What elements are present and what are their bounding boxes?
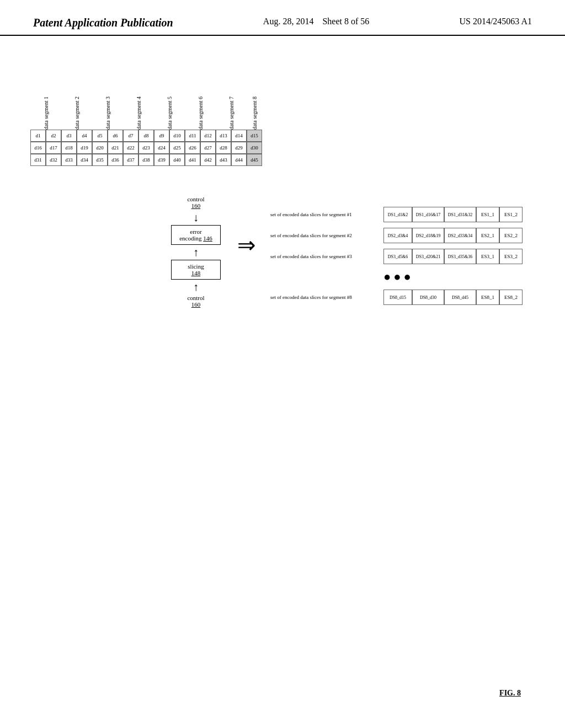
slice-row-1: set of encoded data slices for segment #…: [270, 207, 523, 222]
cell-d30: d30: [247, 142, 262, 154]
control-num-bottom: 160: [191, 301, 201, 308]
cell-d14: d14: [231, 130, 247, 142]
slice-row8-label: set of encoded data slices for segment #…: [270, 295, 383, 300]
header-date: Aug. 28, 2014: [263, 17, 314, 26]
slice-ds1-d31: DS1_d31&32: [444, 207, 476, 222]
dots-row: ●●●: [270, 270, 523, 284]
cell-d17: d17: [46, 142, 61, 154]
slice-row-3: set of encoded data slices for segment #…: [270, 249, 523, 264]
cell-d42: d42: [200, 154, 216, 166]
slice-ds8-d45: DS8_d45: [444, 290, 476, 305]
cell-d9: d9: [154, 130, 169, 142]
seg3-label: data segment 3: [105, 91, 111, 130]
slice-es2-1: ES2_1: [476, 228, 499, 243]
segment2-group: data segment 2 d3 d18 d33 d4 d19 d34: [61, 91, 92, 166]
seg5-label: data segment 5: [167, 91, 173, 130]
cell-d24: d24: [154, 142, 169, 154]
slice-es3-2: ES3_2: [499, 249, 523, 264]
cell-d41: d41: [185, 154, 200, 166]
slice-row-2: set of encoded data slices for segment #…: [270, 228, 523, 243]
slicing-num: 148: [191, 270, 201, 276]
slice-row1-label: set of encoded data slices for segment #…: [270, 212, 383, 217]
slicing-box: slicing148: [171, 260, 221, 280]
fig-label-text: FIG. 8: [499, 689, 521, 697]
header-date-sheet: Aug. 28, 2014 Sheet 8 of 56: [263, 17, 369, 26]
slice-ds8-d30: DS8_d30: [412, 290, 444, 305]
cell-d44: d44: [231, 154, 247, 166]
seg8-label: data segment 8: [252, 80, 258, 130]
segment7-group: data segment 7 d13 d28 d43 d14 d29 d44: [216, 91, 247, 166]
cell-d18: d18: [61, 142, 77, 154]
cell-d23: d23: [138, 142, 154, 154]
cell-d34: d34: [77, 154, 92, 166]
segment6-group: data segment 6 d11 d26 d41 d12 d27 d42: [185, 91, 216, 166]
slice-es3-1: ES3_1: [476, 249, 499, 264]
cell-d16: d16: [30, 142, 46, 154]
cell-d43: d43: [216, 154, 231, 166]
slice-ds2-d3: DS2_d3&4: [383, 228, 412, 243]
slice-es8-1: ES8_1: [476, 290, 499, 305]
cell-d19: d19: [77, 142, 92, 154]
seg7-label: data segment 7: [228, 91, 234, 130]
segment8-group: data segment 8 d15 d30 d45: [247, 80, 262, 166]
cell-d40: d40: [169, 154, 185, 166]
cell-d39: d39: [154, 154, 169, 166]
control-num-top: 160: [191, 202, 201, 209]
encoding-num: 146: [203, 235, 212, 242]
process-flow: control160 ↓ errorencoding 146 ↑ slicing…: [171, 196, 221, 308]
cell-d21: d21: [108, 142, 123, 154]
slice-ds1-d16: DS1_d16&17: [412, 207, 444, 222]
control-label-top: control160: [187, 196, 204, 209]
cell-d25: d25: [169, 142, 185, 154]
control-label-bottom: control160: [187, 295, 204, 308]
encoded-slices-area: set of encoded data slices for segment #…: [270, 207, 523, 311]
segment1-group: data segment 1 d1 d16 d31 d2 d17: [30, 91, 61, 166]
seg1-label: data segment 1: [43, 91, 49, 130]
cell-d8: d8: [138, 130, 154, 142]
cell-d22: d22: [123, 142, 138, 154]
slice-ds2-d33: DS2_d33&34: [444, 228, 476, 243]
cell-d2: d2: [46, 130, 61, 142]
cell-d28: d28: [216, 142, 231, 154]
cell-d15: d15: [247, 130, 262, 142]
header-sheet: Sheet 8 of 56: [322, 17, 369, 26]
slice-ds8-d15: DS8_d15: [383, 290, 412, 305]
seg6-label: data segment 6: [198, 91, 204, 130]
cell-d12: d12: [200, 130, 216, 142]
slice-row2-label: set of encoded data slices for segment #…: [270, 233, 383, 238]
cell-d27: d27: [200, 142, 216, 154]
cell-d3: d3: [61, 130, 77, 142]
cell-d4: d4: [77, 130, 92, 142]
cell-d29: d29: [231, 142, 247, 154]
publication-title: Patent Application Publication: [33, 17, 173, 29]
cell-d5: d5: [92, 130, 108, 142]
figure-label: FIG. 8: [499, 689, 521, 698]
slice-ds1-d1: DS1_d1&2: [383, 207, 412, 222]
slice-row-8: set of encoded data slices for segment #…: [270, 290, 523, 305]
arrow-up-1: ↑: [171, 246, 221, 259]
cell-d20: d20: [92, 142, 108, 154]
slice-ds2-d18: DS2_d18&19: [412, 228, 444, 243]
slice-row3-label: set of encoded data slices for segment #…: [270, 254, 383, 259]
segment4-group: data segment 4 d7 d22 d37 d8 d23 d38: [123, 91, 154, 166]
seg2-label: data segment 2: [74, 91, 80, 130]
cell-d33: d33: [61, 154, 77, 166]
slice-ds3-d5: DS3_d5&6: [383, 249, 412, 264]
cell-d6: d6: [108, 130, 123, 142]
slice-es8-2: ES8_2: [499, 290, 523, 305]
slice-ds3-d20: DS3_d20&21: [412, 249, 444, 264]
arrow-down-1: ↓: [171, 211, 221, 224]
cell-d26: d26: [185, 142, 200, 154]
segment3-group: data segment 3 d5 d20 d35 d6 d21 d36: [92, 91, 123, 166]
slice-ds3-d35: DS3_d35&36: [444, 249, 476, 264]
ellipsis: ●●●: [383, 270, 414, 284]
error-encoding-box: errorencoding 146: [171, 225, 221, 245]
cell-d31: d31: [30, 154, 46, 166]
cell-d13: d13: [216, 130, 231, 142]
slice-es1-2: ES1_2: [499, 207, 523, 222]
cell-d45: d45: [247, 154, 262, 166]
cell-d10: d10: [169, 130, 185, 142]
arrow-down-2: ↑: [171, 281, 221, 293]
segment5-group: data segment 5 d9 d24 d39 d10 d25 d40: [154, 91, 185, 166]
slice-es1-1: ES1_1: [476, 207, 499, 222]
